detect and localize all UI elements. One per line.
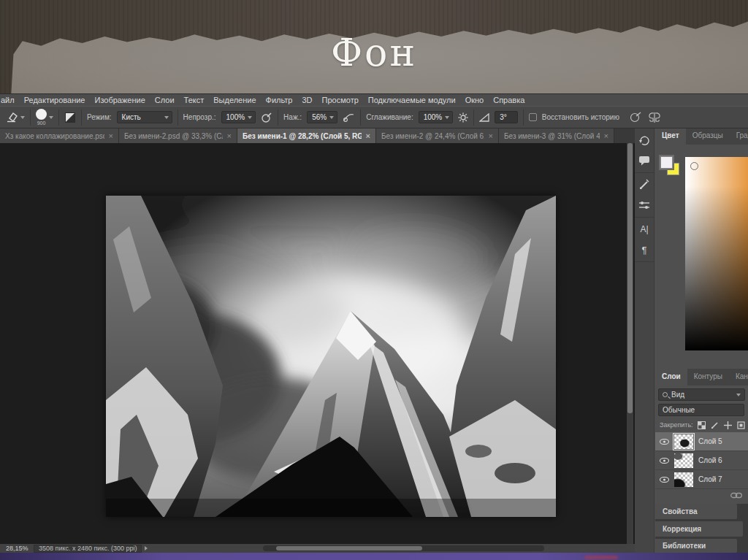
document-tab[interactable]: Хз какое коллажирование.psd ×	[0, 129, 119, 143]
layer-row-6[interactable]: Слой 6	[655, 451, 748, 470]
menu-layers[interactable]: Слои	[155, 96, 175, 104]
restore-history-checkbox[interactable]	[529, 113, 537, 121]
status-arrow-icon[interactable]	[145, 546, 148, 551]
tab-color[interactable]: Цвет	[655, 129, 686, 145]
paragraph-panel-icon[interactable]: ¶	[637, 242, 652, 257]
tool-options-bar: 900 Режим: Кисть Непрозр.: 100%	[0, 106, 748, 129]
comments-panel-icon[interactable]	[637, 153, 652, 168]
layer-thumbnail[interactable]	[674, 453, 693, 468]
brush-angle-icon	[479, 113, 489, 122]
layer-row-5[interactable]: Слой 5	[655, 432, 748, 451]
menu-3d[interactable]: 3D	[302, 96, 312, 104]
menu-filter[interactable]: Фильтр	[266, 96, 293, 104]
airbrush-icon	[629, 112, 642, 123]
status-bar: 28,15% 3508 пикс. x 2480 пикс. (300 ppi)	[0, 544, 635, 553]
menu-image[interactable]: Изображение	[94, 96, 145, 104]
brush-angle-field[interactable]: 3°	[495, 111, 518, 123]
paint-symmetry-button[interactable]	[647, 112, 662, 123]
close-icon[interactable]: ×	[366, 131, 370, 140]
close-icon[interactable]: ×	[604, 131, 608, 140]
toggle-brush-panel-button[interactable]	[64, 112, 76, 123]
lock-transparency-icon[interactable]	[698, 421, 706, 429]
airbrush-button[interactable]	[629, 112, 642, 123]
menu-view[interactable]: Просмотр	[322, 96, 359, 104]
history-panel-icon[interactable]	[637, 133, 652, 147]
link-layers-icon[interactable]	[730, 492, 742, 499]
visibility-eye-icon[interactable]	[660, 458, 669, 464]
adjustments-panel-header[interactable]: Коррекция	[655, 521, 743, 537]
menu-text[interactable]: Текст	[184, 96, 205, 104]
document-tab[interactable]: Без имени-2.psd @ 33,3% (Сл... ×	[119, 129, 237, 143]
color-picker-field[interactable]	[685, 157, 748, 350]
tab-gradients[interactable]: Градиент	[730, 129, 748, 145]
chevron-down-icon	[164, 116, 169, 119]
mode-value: Кисть	[122, 113, 141, 121]
flow-select[interactable]: 56%	[307, 111, 337, 123]
panel-header-label: Свойства	[663, 507, 698, 515]
lock-artboard-icon[interactable]	[736, 421, 745, 429]
tab-paths[interactable]: Контуры	[687, 369, 729, 386]
smoothing-select[interactable]: 100%	[419, 111, 454, 123]
canvas-area[interactable]	[0, 143, 627, 544]
brush-preset-picker[interactable]: 900	[36, 109, 53, 126]
vertical-scrollbar[interactable]	[627, 143, 633, 544]
layer-thumbnail[interactable]	[674, 434, 693, 449]
brush-settings-panel-icon[interactable]	[637, 177, 652, 192]
foreground-color-swatch[interactable]	[660, 156, 673, 169]
chevron-down-icon	[248, 116, 252, 119]
vertical-scrollbar-thumb[interactable]	[627, 143, 633, 413]
document-tab[interactable]: Без имени-3 @ 31% (Слой 4,... ×	[499, 129, 614, 143]
zoom-level-field[interactable]: 28,15%	[6, 545, 31, 552]
close-icon[interactable]: ×	[489, 131, 493, 140]
opacity-label: Непрозр.:	[183, 113, 216, 121]
lock-position-icon[interactable]	[723, 421, 732, 429]
layer-filter-select[interactable]: Вид	[658, 388, 745, 401]
brush-tip-icon	[36, 109, 47, 120]
lock-row: Закрепить:	[660, 419, 745, 431]
slide-banner: Фон	[0, 0, 748, 93]
blend-mode-select[interactable]: Обычные	[658, 404, 744, 416]
menu-file[interactable]: айл	[1, 96, 15, 104]
layer-thumbnail[interactable]	[674, 472, 693, 487]
menu-window[interactable]: Окно	[465, 96, 484, 104]
character-panel-icon[interactable]: A|	[637, 222, 652, 237]
color-picker-marker[interactable]	[690, 162, 698, 170]
brushes-panel-icon[interactable]	[637, 198, 652, 212]
opacity-select[interactable]: 100%	[221, 111, 256, 123]
pressure-size-button[interactable]	[343, 112, 355, 123]
smoothing-options-button[interactable]	[458, 112, 468, 123]
close-icon[interactable]: ×	[227, 131, 232, 140]
document-tab-active[interactable]: Без имени-1 @ 28,2% (Слой 5, RGB/8) * ×	[237, 129, 376, 143]
menu-select[interactable]: Выделение	[213, 96, 256, 104]
horizontal-scrollbar-thumb[interactable]	[276, 546, 422, 551]
eraser-tool-button[interactable]	[6, 112, 25, 123]
panel-header-label: Коррекция	[663, 525, 701, 533]
menu-plugins[interactable]: Подключаемые модули	[368, 96, 456, 104]
tab-label: Хз какое коллажирование.psd	[5, 132, 104, 140]
menu-help[interactable]: Справка	[493, 96, 524, 104]
document-tab[interactable]: Без имени-2 @ 24,4% (Слой 6,... ×	[376, 129, 499, 143]
properties-panel-header[interactable]: Свойства	[655, 504, 737, 519]
close-icon[interactable]: ×	[109, 131, 113, 140]
libraries-panel-header[interactable]: Библиотеки	[655, 539, 737, 553]
tab-layers[interactable]: Слои	[655, 369, 687, 386]
libraries-panel-section: Библиотеки	[655, 539, 748, 553]
menu-edit[interactable]: Редактирование	[24, 96, 85, 104]
right-panel-column: A| ¶ Цвет Образцы Градиент Слои	[635, 129, 748, 553]
tab-label: Без имени-2 @ 24,4% (Слой 6,...	[381, 132, 484, 140]
layer-filter-value: Вид	[671, 391, 684, 399]
presentation-slide: Фон айл Редактирование Изображение Слои …	[0, 0, 748, 560]
layer-row-7[interactable]: Слой 7	[655, 470, 748, 489]
lock-pixels-icon[interactable]	[710, 421, 719, 429]
taskbar-red-accent	[584, 556, 618, 559]
visibility-eye-icon[interactable]	[660, 477, 669, 483]
tab-channels[interactable]: Каналы	[729, 369, 748, 386]
horizontal-scrollbar[interactable]	[263, 545, 544, 551]
visibility-eye-icon[interactable]	[660, 439, 669, 445]
canvas-image-mountains[interactable]	[106, 196, 556, 517]
pressure-opacity-button[interactable]	[261, 112, 272, 123]
panel-stack: Цвет Образцы Градиент Слои Контуры Канал…	[655, 129, 748, 553]
tab-swatches[interactable]: Образцы	[686, 129, 730, 145]
angle-value: 3°	[500, 113, 507, 121]
mode-select[interactable]: Кисть	[117, 111, 172, 123]
